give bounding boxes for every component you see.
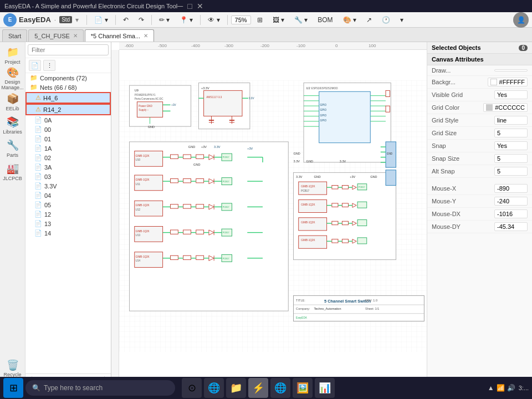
panel-tree: 📁 Components (72) 📁 Nets (66 / 68) ⚠ H4_… [25, 73, 111, 374]
clock[interactable]: 3:... [519, 385, 529, 391]
tree-item-02[interactable]: 📄 02 [25, 153, 111, 162]
history-btn[interactable]: 🕐 [378, 14, 394, 25]
file-icon-14: 📄 [34, 229, 42, 237]
sidebar-item-design-manager[interactable]: 🎨 DesignManage... [2, 68, 24, 90]
titlebar: EasyEDA - A Simple and Powerful Electron… [0, 0, 532, 12]
tab-5ch-fuse[interactable]: 5_CH_FUSE ✕ [28, 29, 84, 42]
tab-start[interactable]: Start [2, 29, 27, 42]
pin-btn[interactable]: 📍 ▾ [176, 14, 197, 25]
draw-value[interactable] [494, 69, 528, 71]
tab-5ch-sma-label: *5 Channel Sma... [91, 33, 140, 39]
tree-item-3.3V[interactable]: 📄 3.3V [25, 181, 111, 191]
volume-icon[interactable]: 🔊 [507, 384, 515, 392]
sidebar-item-libraries[interactable]: 📚 Libraries [2, 114, 24, 136]
tree-item-1A[interactable]: 📄 1A [25, 144, 111, 153]
svg-text:POWERSUPPLY1: POWERSUPPLY1 [135, 94, 156, 96]
panel-icon-btn-2[interactable]: ⋮ [43, 60, 55, 71]
tab-5ch-fuse-close[interactable]: ✕ [73, 33, 78, 39]
tree-components[interactable]: 📁 Components (72) [25, 73, 111, 83]
snap-size-value[interactable]: 5 [494, 154, 528, 163]
tab-5ch-sma[interactable]: *5 Channel Sma... ✕ [85, 29, 154, 42]
tree-item-R14_2[interactable]: ⚠ R14_2 [25, 104, 111, 115]
tree-item-03[interactable]: 📄 03 [25, 172, 111, 181]
tree-item-0A[interactable]: 📄 0A [25, 115, 111, 125]
file-icon-03: 📄 [34, 173, 42, 180]
tools-btn[interactable]: 🔧 ▾ [290, 14, 311, 25]
maximize-icon[interactable]: □ [187, 2, 192, 11]
user-avatar[interactable]: 👤 [513, 12, 529, 28]
filter-input[interactable] [28, 44, 109, 55]
sidebar-item-project[interactable]: 📁 Project [2, 44, 24, 66]
logo-dot: · [54, 16, 56, 24]
snap-value[interactable]: Yes [494, 141, 528, 150]
tree-item-3A[interactable]: 📄 3A [25, 162, 111, 172]
system-tray[interactable]: ▲ 📶 🔊 [488, 384, 515, 392]
redo-btn[interactable]: ↷ [135, 14, 148, 25]
item-label-02: 02 [44, 155, 51, 161]
background-value[interactable]: #FFFFFF [488, 78, 528, 86]
grid-color-value[interactable]: #CCCCCC [483, 103, 528, 112]
tree-item-01[interactable]: 📄 01 [25, 134, 111, 144]
canvas-area[interactable]: -600 -500 -400 -300 -200 -100 0 100 Wiri… [111, 42, 427, 382]
sidebar-item-eelib[interactable]: 📦 EELib [2, 91, 24, 113]
taskbar-app-easyeda[interactable]: ⚡ [248, 378, 268, 398]
tree-item-00[interactable]: 📄 00 [25, 125, 111, 134]
tree-item-H4_6[interactable]: ⚠ H4_6 [25, 92, 111, 104]
dropdown-icon[interactable]: ▾ [75, 16, 79, 24]
more-btn[interactable]: ▾ [396, 14, 407, 25]
file-btn[interactable]: 📄 ▾ [90, 14, 111, 25]
sidebar-item-jlcpcb[interactable]: 🏭 JLCPCB [2, 161, 24, 183]
tree-nets[interactable]: 📁 Nets (66 / 68) [25, 83, 111, 92]
taskbar-search-box[interactable]: 🔍 Type here to search [25, 380, 175, 396]
panel-icon-btn-1[interactable]: 📄 [29, 60, 41, 71]
ruler-mark--300: -300 [224, 43, 233, 48]
tree-item-12[interactable]: 📄 12 [25, 209, 111, 219]
network-icon[interactable]: 📶 [497, 384, 505, 392]
svg-text:TITLE:: TITLE: [296, 299, 305, 302]
tab-5ch-sma-close[interactable]: ✕ [144, 33, 148, 39]
alt-snap-value[interactable]: 5 [494, 167, 528, 176]
color-btn[interactable]: 🎨 ▾ [339, 14, 360, 25]
titlebar-controls[interactable]: ─ □ ✕ [177, 2, 203, 11]
draw-btn[interactable]: ✏ ▾ [155, 14, 173, 25]
tree-item-04[interactable]: 📄 04 [25, 191, 111, 200]
zoom-fit-btn[interactable]: ⊞ [253, 14, 267, 25]
view-btn[interactable]: 👁 ▾ [204, 14, 223, 25]
bom-btn[interactable]: BOM [314, 14, 336, 25]
taskbar-app-chrome[interactable]: 🌐 [204, 378, 224, 398]
start-button[interactable]: ⊞ [3, 378, 23, 398]
taskbar-app-explorer[interactable]: 📁 [226, 378, 246, 398]
svg-rect-15 [204, 90, 242, 116]
visible-grid-value[interactable]: Yes [494, 90, 528, 99]
undo-btn[interactable]: ↶ [119, 14, 132, 25]
recycle-icon: 🗑️ [7, 359, 19, 371]
ruler-mark--400: -400 [191, 43, 200, 48]
close-icon[interactable]: ✕ [197, 2, 203, 11]
tree-item-05[interactable]: 📄 05 [25, 200, 111, 209]
svg-text:GND: GND [306, 160, 313, 163]
svg-text:PCB17: PCB17 [359, 186, 365, 188]
sidebar-item-parts[interactable]: 🔧 Parts [2, 137, 24, 160]
taskbar-app-office[interactable]: 📊 [315, 378, 335, 398]
minimize-icon[interactable]: ─ [177, 2, 183, 11]
grid-size-value[interactable]: 5 [494, 129, 528, 137]
tree-item-14[interactable]: 📄 14 [25, 228, 111, 238]
tree-item-13[interactable]: 📄 13 [25, 219, 111, 228]
svg-text:Sheet: 1/1: Sheet: 1/1 [365, 307, 379, 310]
taskbar-app-cortana[interactable]: ⊙ [182, 378, 202, 398]
schematic-canvas[interactable]: U9 POWERSUPPLY1 Porta Conversora AC-DC P… [119, 50, 427, 382]
screenshot-btn[interactable]: 🖼 ▾ [269, 14, 288, 25]
svg-text:PCB17: PCB17 [223, 258, 229, 260]
tabbar: Start 5_CH_FUSE ✕ *5 Channel Sma... ✕ [0, 28, 532, 42]
grid-style-value[interactable]: line [494, 116, 528, 125]
parts-icon: 🔧 [7, 139, 19, 151]
file-icon-05: 📄 [34, 201, 42, 208]
svg-text:+3V: +3V [247, 147, 253, 150]
row-mouse-dx: Mouse-DX -1016 [427, 208, 532, 221]
taskbar-app-edge[interactable]: 🌐 [270, 378, 290, 398]
tray-icon-1[interactable]: ▲ [488, 384, 494, 392]
panel-area: 📄 ⋮ 📁 Components (72) 📁 Nets (66 / 68) ⚠… [25, 42, 111, 382]
share-btn[interactable]: ↗ [362, 14, 376, 25]
taskbar-app-photos[interactable]: 🖼️ [293, 378, 313, 398]
zoom-display[interactable]: 75% [231, 16, 251, 24]
